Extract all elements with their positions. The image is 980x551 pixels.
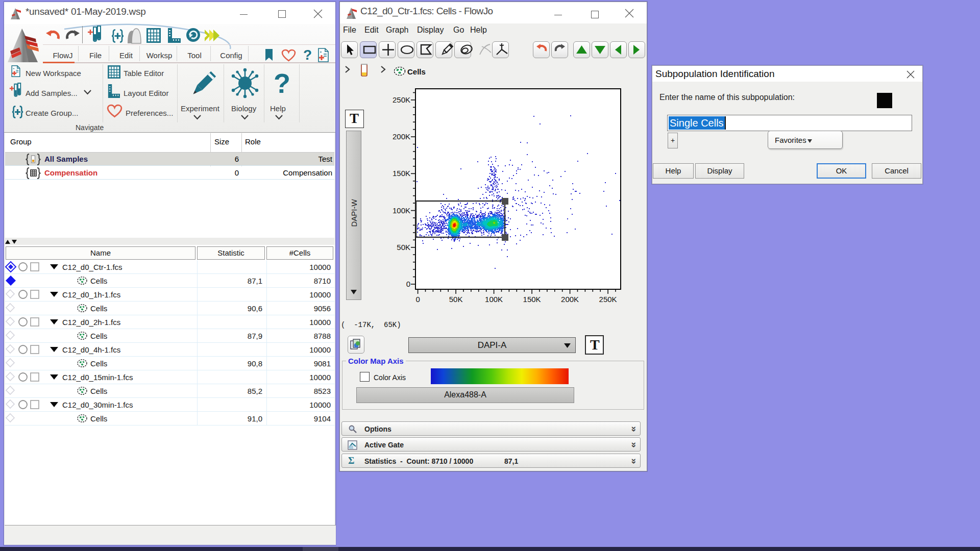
svg-text:250K: 250K	[393, 95, 410, 104]
svg-text:50K: 50K	[397, 243, 410, 252]
svg-text:0: 0	[406, 280, 410, 288]
svg-text:200K: 200K	[561, 295, 579, 304]
svg-text:100K: 100K	[393, 206, 410, 215]
svg-text:250K: 250K	[599, 295, 617, 304]
svg-text:150K: 150K	[523, 295, 541, 304]
svg-text:50K: 50K	[449, 295, 463, 304]
svg-text:150K: 150K	[393, 169, 410, 178]
svg-text:0: 0	[415, 295, 420, 304]
svg-text:200K: 200K	[393, 132, 410, 141]
svg-text:100K: 100K	[485, 295, 503, 304]
